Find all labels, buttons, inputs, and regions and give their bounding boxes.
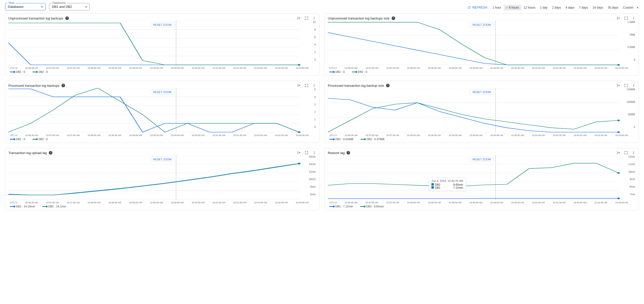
legend-toggle-icon[interactable] — [616, 16, 620, 20]
view-select-label: View — [7, 1, 15, 4]
expand-icon[interactable] — [624, 83, 628, 88]
expand-icon[interactable] — [624, 16, 628, 20]
reset-zoom-button[interactable]: RESET ZOOM — [470, 22, 494, 27]
expand-icon[interactable] — [305, 151, 309, 155]
more-icon[interactable] — [632, 151, 636, 155]
chart-card-unprocessed-size: Unprocessed transaction log backups size… — [325, 13, 639, 76]
reset-zoom-button[interactable]: RESET ZOOM — [150, 90, 174, 95]
chart-title: Unprocessed transaction log backups size — [328, 16, 390, 20]
chart-plot[interactable]: 16min14min12min10min8min6min — [8, 155, 316, 201]
chart-title: Unprocessed transaction log backups — [8, 16, 63, 20]
legend-toggle-icon[interactable] — [297, 83, 301, 88]
time-range-6-hours[interactable]: 6 hours — [504, 5, 521, 10]
chart-card-restore-lag: Restore lag ? RESET ZOOM12min11min10min9… — [325, 148, 639, 210]
refresh-icon — [467, 6, 471, 9]
help-icon[interactable]: ? — [347, 151, 350, 155]
chart-legend: DB1 : 0 DB2 : 0 — [328, 69, 636, 74]
legend-toggle-icon[interactable] — [297, 16, 301, 20]
legend-item-DB1[interactable]: DB1 : 14.15min — [10, 205, 35, 208]
legend-item-DB1[interactable]: DB1 : 0 — [10, 138, 25, 141]
time-range-2-days[interactable]: 2 days — [550, 5, 563, 10]
legend-item-DB2[interactable]: DB2 : 0 — [32, 70, 48, 73]
refresh-label: REFRESH — [472, 6, 487, 9]
x-axis-labels: UTC+310:36:30 AM10:37:00 AM10:37:30 AM10… — [328, 201, 636, 204]
help-icon[interactable]: ? — [386, 84, 390, 87]
chart-plot[interactable]: 543210 — [8, 88, 316, 134]
time-range-12-hours[interactable]: 12 hours — [522, 5, 538, 10]
more-icon[interactable] — [312, 16, 316, 20]
more-icon[interactable] — [632, 83, 636, 88]
svg-point-49 — [617, 172, 620, 174]
reset-zoom-button[interactable]: RESET ZOOM — [470, 90, 494, 95]
chart-plot[interactable]: 12min11min10min9min8min7min Jun 4, 2024,… — [328, 155, 636, 201]
legend-item-DB2[interactable]: DB2 : 0 — [32, 138, 48, 141]
chart-legend: DB1 : 0 DB2 : 0 — [8, 69, 316, 74]
more-icon[interactable] — [632, 16, 636, 20]
chart-tooltip: Jun 4, 2024, 10:40:25 AMDB28.65minDB17.1… — [429, 178, 466, 191]
help-icon[interactable]: ? — [392, 16, 395, 20]
legend-toggle-icon[interactable] — [616, 83, 620, 88]
y-axis-labels: 12min11min10min9min8min7min — [628, 155, 635, 196]
svg-point-40 — [298, 163, 300, 165]
expand-icon[interactable] — [305, 16, 309, 20]
chart-plot[interactable]: 1.5MiB1MiB0.5MiB0 — [328, 21, 636, 66]
legend-item-DB1[interactable]: DB1 : 0 — [10, 70, 25, 73]
chart-plot[interactable]: 1086420 — [8, 21, 316, 66]
more-icon[interactable] — [312, 83, 316, 88]
chart-legend: DB1 : 0 DB2 : 0 — [8, 137, 316, 141]
legend-item-DB2[interactable]: DB2 : 14.1min — [42, 205, 66, 208]
databases-select-value: DB1 and DB2 — [52, 5, 72, 9]
time-range-1-day[interactable]: 1 day — [538, 5, 549, 10]
chart-legend: DB1 : 14.15min DB2 : 14.1min — [8, 204, 316, 208]
help-icon[interactable]: ? — [49, 151, 52, 155]
databases-select[interactable]: Databases DB1 and DB2 ▼ — [49, 3, 90, 10]
y-axis-labels: 1.5MiB1MiB0.5MiB0 — [627, 21, 635, 61]
time-range-4-days[interactable]: 4 days — [564, 5, 576, 10]
y-axis-labels: 16min14min12min10min8min6min — [309, 155, 316, 196]
chart-title: Transaction log upload lag — [8, 151, 47, 155]
more-icon[interactable] — [312, 151, 316, 155]
svg-point-24 — [298, 131, 300, 133]
svg-point-31 — [617, 120, 620, 121]
legend-item-DB2[interactable]: DB2 : 8.65min — [360, 205, 384, 208]
view-select[interactable]: View Databases ▼ — [5, 3, 46, 10]
y-axis-labels: 150MiB100MiB50MiB0 — [627, 88, 635, 128]
help-icon[interactable]: ? — [62, 84, 65, 87]
reset-zoom-button[interactable]: RESET ZOOM — [150, 157, 174, 162]
time-range-30-days[interactable]: 30 days — [606, 5, 620, 10]
x-axis-labels: UTC+310:36:30 AM10:37:00 AM10:37:30 AM10… — [8, 134, 316, 137]
expand-icon[interactable] — [305, 83, 309, 88]
time-range-Custom[interactable]: Custom — [621, 5, 635, 10]
time-range-7-days[interactable]: 7 days — [577, 5, 590, 10]
time-range-14-days[interactable]: 14 days — [591, 5, 605, 10]
svg-point-30 — [617, 131, 620, 133]
chevron-down-icon: ▼ — [41, 5, 43, 8]
legend-item-DB1[interactable]: DB1 : 7.12min — [329, 205, 353, 208]
svg-point-8 — [298, 64, 300, 66]
chart-card-unprocessed-count: Unprocessed transaction log backups ? RE… — [5, 13, 319, 76]
time-range-1-hour[interactable]: 1 hour — [490, 5, 503, 10]
x-axis-labels: UTC+310:36:30 AM10:37:00 AM10:37:30 AM10… — [328, 134, 636, 137]
chart-title: Processed transaction log backups — [8, 84, 59, 88]
chevron-down-icon: ▼ — [85, 5, 87, 8]
chart-plot[interactable]: 150MiB100MiB50MiB0 — [328, 88, 636, 134]
reset-zoom-button[interactable]: RESET ZOOM — [150, 22, 174, 27]
chevron-down-icon: ▼ — [636, 6, 639, 9]
help-icon[interactable]: ? — [65, 16, 69, 20]
x-axis-labels: UTC+310:36:30 AM10:37:00 AM10:37:30 AM10… — [8, 201, 316, 204]
legend-item-DB2[interactable]: DB2 : 5.37MiB — [360, 138, 385, 141]
chart-title: Restore lag — [328, 151, 345, 155]
databases-select-label: Databases — [51, 1, 67, 4]
charts-grid: Unprocessed transaction log backups ? RE… — [5, 13, 639, 210]
legend-toggle-icon[interactable] — [616, 151, 620, 155]
refresh-button[interactable]: REFRESH — [465, 5, 489, 10]
reset-zoom-button[interactable]: RESET ZOOM — [470, 157, 494, 162]
chart-legend: DB1 : 0.01MiB DB2 : 5.37MiB — [328, 137, 636, 141]
legend-item-DB1[interactable]: DB1 : 0.01MiB — [329, 138, 353, 141]
expand-icon[interactable] — [624, 151, 628, 155]
chart-card-upload-lag: Transaction log upload lag ? RESET ZOOM1… — [5, 148, 319, 210]
legend-toggle-icon[interactable] — [297, 151, 301, 155]
legend-item-DB1[interactable]: DB1 : 0 — [329, 70, 345, 73]
chart-legend: DB1 : 7.12min DB2 : 8.65min — [328, 204, 636, 208]
legend-item-DB2[interactable]: DB2 : 0 — [352, 70, 367, 73]
